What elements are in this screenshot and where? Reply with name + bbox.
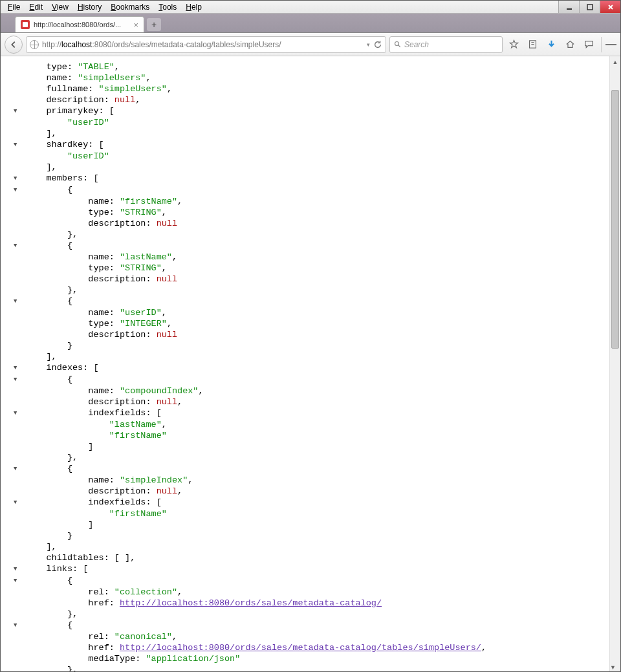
- menu-bookmarks[interactable]: Bookmarks: [106, 2, 154, 12]
- home-button[interactable]: [562, 37, 578, 52]
- library-button[interactable]: [525, 37, 540, 52]
- url-text: http://localhost:8080/ords/sales/metadat…: [42, 40, 364, 49]
- url-bar[interactable]: http://localhost:8080/ords/sales/metadat…: [26, 36, 386, 53]
- downloads-button[interactable]: [543, 37, 559, 52]
- chat-icon[interactable]: [581, 37, 596, 52]
- new-tab-button[interactable]: +: [147, 18, 161, 31]
- menu-view[interactable]: View: [47, 2, 73, 12]
- os-menubar: File Edit View History Bookmarks Tools H…: [1, 1, 620, 14]
- svg-rect-1: [587, 5, 593, 10]
- link-href[interactable]: http://localhost:8080/ords/sales/metadat…: [120, 643, 481, 653]
- menu-file[interactable]: File: [3, 2, 25, 12]
- window-maximize-button[interactable]: [579, 1, 600, 13]
- tab-close-button[interactable]: ×: [133, 20, 138, 30]
- search-icon: [394, 41, 402, 49]
- svg-line-5: [398, 45, 400, 47]
- globe-icon: [30, 40, 39, 49]
- menu-help[interactable]: Help: [181, 2, 206, 12]
- tab-title: http://localhost:8080/ords/...: [34, 21, 121, 28]
- app-menu-button[interactable]: [601, 37, 616, 52]
- menu-history[interactable]: History: [73, 2, 106, 12]
- window-close-button[interactable]: [600, 1, 620, 13]
- scroll-up-arrow[interactable]: ▲: [610, 56, 620, 67]
- vertical-scrollbar[interactable]: ▲ ▼: [609, 56, 620, 672]
- menu-tools[interactable]: Tools: [154, 2, 181, 12]
- json-viewer: type: "TABLE", name: "simpleUsers", full…: [1, 56, 620, 672]
- tab-strip: http://localhost:8080/ords/... × +: [1, 14, 620, 33]
- scrollbar-thumb[interactable]: [611, 90, 619, 349]
- window-minimize-button[interactable]: [558, 1, 579, 13]
- search-input[interactable]: Search: [389, 36, 503, 53]
- favicon-icon: [21, 20, 30, 29]
- browser-toolbar: http://localhost:8080/ords/sales/metadat…: [1, 33, 620, 56]
- url-dropdown-icon[interactable]: ▾: [367, 41, 370, 48]
- scroll-down-arrow[interactable]: ▼: [610, 662, 616, 672]
- link-href[interactable]: http://localhost:8080/ords/sales/metadat…: [120, 598, 382, 608]
- svg-point-4: [395, 41, 399, 45]
- back-button[interactable]: [5, 36, 23, 54]
- search-placeholder: Search: [404, 40, 429, 49]
- reload-icon[interactable]: [373, 40, 382, 49]
- bookmark-star-button[interactable]: [506, 37, 521, 52]
- browser-tab[interactable]: http://localhost:8080/ords/... ×: [15, 16, 144, 32]
- menu-edit[interactable]: Edit: [25, 2, 47, 12]
